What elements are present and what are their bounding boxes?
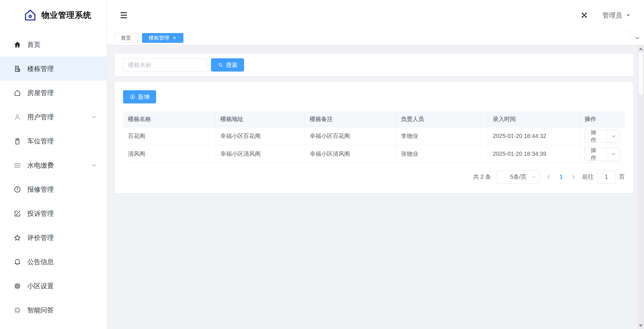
page-size-select[interactable]: 5条/页 xyxy=(497,170,540,184)
cell-manager: 李物业 xyxy=(396,127,488,145)
goto-label: 前往 xyxy=(582,173,594,181)
table-header-row: 楼栋名称 楼栋地址 楼栋备注 负责人员 录入时间 操作 xyxy=(123,111,625,127)
cell-building-address: 幸福小区清风阁 xyxy=(215,145,305,163)
sidebar: 物业管理系统 首页 楼栋管理 房屋管理 xyxy=(0,0,107,329)
cell-manager: 张物业 xyxy=(396,145,488,163)
sidebar-item-smart-qa[interactable]: 智能问答 xyxy=(0,298,107,322)
pagination-total: 共 2 条 xyxy=(473,173,491,181)
app-title: 物业管理系统 xyxy=(41,10,91,21)
caret-down-icon xyxy=(626,13,631,18)
main-area: 管理员 首页 楼栋管理 xyxy=(107,0,644,329)
row-actions-label: 操作 xyxy=(585,130,607,143)
sidebar-item-label: 楼栋管理 xyxy=(27,64,97,73)
sidebar-item-parking[interactable]: 车位管理 xyxy=(0,129,107,153)
building-icon xyxy=(14,65,21,73)
plus-circle-icon xyxy=(130,94,135,100)
sidebar-item-label: 小区设置 xyxy=(27,282,97,290)
tab-label: 楼栋管理 xyxy=(149,34,169,41)
sidebar-item-buildings[interactable]: 楼栋管理 xyxy=(0,57,107,81)
sidebar-item-label: 评价管理 xyxy=(27,233,97,242)
cell-created-time: 2025-01-20 18:44:32 xyxy=(488,127,580,145)
scroll-down-arrow[interactable] xyxy=(639,324,643,327)
column-header: 录入时间 xyxy=(488,111,580,127)
row-actions-label: 操作 xyxy=(585,148,607,160)
buildings-table: 楼栋名称 楼栋地址 楼栋备注 负责人员 录入时间 操作 百花阁 幸福小区百花阁 … xyxy=(123,111,625,163)
tab-buildings[interactable]: 楼栋管理 xyxy=(142,33,183,43)
column-header: 楼栋名称 xyxy=(123,111,215,127)
chevron-down-icon[interactable] xyxy=(607,148,620,160)
user-icon xyxy=(14,113,21,121)
sidebar-item-label: 公告信息 xyxy=(27,257,97,266)
sidebar-item-label: 报修管理 xyxy=(27,185,97,194)
add-button[interactable]: 新增 xyxy=(123,90,156,103)
scrollbar-thumb[interactable] xyxy=(638,52,643,95)
vertical-scrollbar[interactable] xyxy=(637,45,644,329)
scroll-up-arrow[interactable] xyxy=(639,47,643,50)
cell-building-remark: 幸福小区清风阁 xyxy=(305,145,396,163)
chevron-down-icon[interactable] xyxy=(607,130,620,143)
home-logo-icon xyxy=(24,9,37,22)
sidebar-item-complaints[interactable]: 投诉管理 xyxy=(0,201,107,226)
sparkle-icon xyxy=(14,306,21,314)
sidebar-item-label: 车位管理 xyxy=(27,137,97,146)
app-logo: 物业管理系统 xyxy=(0,0,107,31)
sidebar-item-settings[interactable]: 小区设置 xyxy=(0,274,107,298)
sidebar-item-home[interactable]: 首页 xyxy=(0,32,107,57)
search-icon xyxy=(218,62,223,68)
pagination: 共 2 条 5条/页 1 前往 页 xyxy=(123,170,625,184)
tab-bar: 首页 楼栋管理 xyxy=(107,31,644,45)
row-actions-dropdown[interactable]: 操作 xyxy=(584,130,620,143)
sidebar-item-users[interactable]: 用户管理 xyxy=(0,105,107,129)
page-size-value: 5条/页 xyxy=(510,173,527,181)
tab-home[interactable]: 首页 xyxy=(114,33,138,43)
chevron-down-icon xyxy=(91,114,97,120)
house-icon xyxy=(14,89,21,97)
bell-icon xyxy=(14,258,21,266)
sidebar-menu: 首页 楼栋管理 房屋管理 xyxy=(0,31,107,322)
sidebar-item-label: 用户管理 xyxy=(27,113,91,122)
close-icon[interactable] xyxy=(172,36,177,40)
search-button-label: 搜索 xyxy=(226,61,237,69)
table-row: 百花阁 幸福小区百花阁 幸福小区百花阁 李物业 2025-01-20 18:44… xyxy=(123,127,625,145)
column-header: 楼栋地址 xyxy=(215,111,305,127)
sidebar-item-label: 水电缴费 xyxy=(27,161,91,170)
add-button-label: 新增 xyxy=(138,93,150,101)
parking-tag-icon xyxy=(14,137,21,145)
star-icon xyxy=(14,234,21,242)
chevron-down-icon xyxy=(531,174,536,180)
home-icon xyxy=(14,41,21,49)
page-number[interactable]: 1 xyxy=(558,174,564,180)
search-button[interactable]: 搜索 xyxy=(211,58,244,72)
fullscreen-icon[interactable] xyxy=(580,11,589,20)
sidebar-item-reviews[interactable]: 评价管理 xyxy=(0,226,107,250)
tab-overflow-button[interactable] xyxy=(630,31,644,45)
table-row: 清风阁 幸福小区清风阁 幸福小区清风阁 张物业 2025-01-20 18:34… xyxy=(123,145,625,163)
sidebar-item-repairs[interactable]: 报修管理 xyxy=(0,177,107,201)
sidebar-item-houses[interactable]: 房屋管理 xyxy=(0,81,107,105)
cell-created-time: 2025-01-20 18:34:39 xyxy=(488,145,580,163)
sidebar-item-utilities[interactable]: 水电缴费 xyxy=(0,153,107,177)
sidebar-item-label: 首页 xyxy=(27,40,97,49)
prev-page-icon[interactable] xyxy=(546,174,552,180)
user-menu[interactable]: 管理员 xyxy=(602,11,631,20)
content-area: 搜索 新增 楼栋名称 楼栋地址 楼栋备注 负责人员 录入时间 xyxy=(107,45,644,329)
cell-building-name: 清风阁 xyxy=(123,145,215,163)
cell-building-name: 百花阁 xyxy=(123,127,215,145)
cell-building-remark: 幸福小区百花阁 xyxy=(305,127,396,145)
table-panel: 新增 楼栋名称 楼栋地址 楼栋备注 负责人员 录入时间 操作 百花阁 xyxy=(115,82,633,193)
sidebar-item-announcements[interactable]: 公告信息 xyxy=(0,250,107,274)
cell-building-address: 幸福小区百花阁 xyxy=(215,127,305,145)
user-name: 管理员 xyxy=(602,11,622,20)
top-header: 管理员 xyxy=(107,0,644,31)
goto-page-input[interactable] xyxy=(597,170,616,184)
tab-label: 首页 xyxy=(121,34,131,41)
row-actions-dropdown[interactable]: 操作 xyxy=(584,148,620,161)
meter-icon xyxy=(14,161,21,169)
chevron-down-icon xyxy=(91,162,97,168)
search-input[interactable] xyxy=(123,58,207,72)
search-panel: 搜索 xyxy=(115,54,633,76)
column-header: 负责人员 xyxy=(396,111,488,127)
gear-icon xyxy=(14,282,21,290)
collapse-sidebar-icon[interactable] xyxy=(119,11,128,20)
next-page-icon[interactable] xyxy=(570,174,576,180)
